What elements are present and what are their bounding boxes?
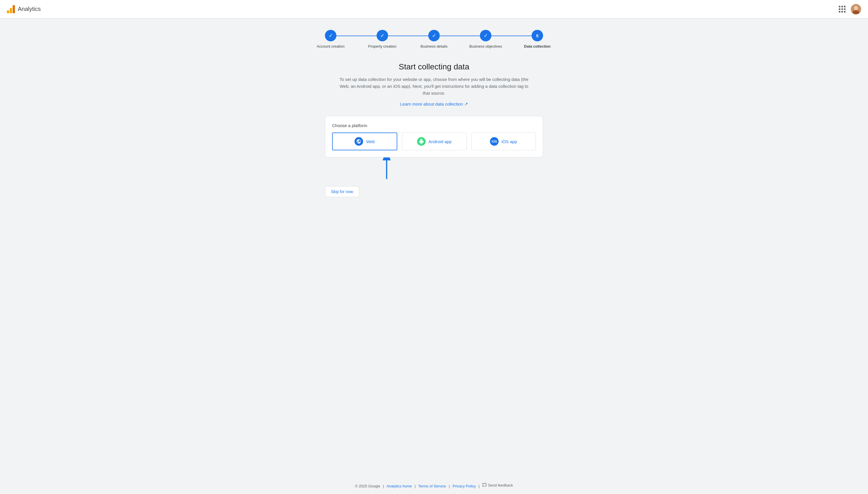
- google-apps-button[interactable]: [837, 4, 847, 14]
- step-account-creation: ✓ Account creation: [305, 30, 356, 49]
- progress-steps: ✓ Account creation ✓ Property creation ✓…: [305, 30, 563, 49]
- external-link-icon: ↗: [464, 101, 468, 107]
- step-label-3: Business details: [421, 44, 447, 49]
- page-description: To set up data collection for your websi…: [336, 76, 532, 97]
- send-feedback-link[interactable]: Send feedback: [482, 483, 513, 488]
- grid-dot: [839, 8, 841, 10]
- step-circle-2: ✓: [376, 30, 388, 41]
- checkmark-icon: ✓: [484, 33, 488, 39]
- web-platform-icon: [354, 137, 363, 146]
- step-label-4: Business objectives: [469, 44, 502, 49]
- ios-icon-text: iOS: [492, 140, 497, 143]
- platform-ios-button[interactable]: iOS iOS app: [471, 133, 536, 150]
- skip-button[interactable]: Skip for now: [325, 186, 359, 197]
- step-business-details: ✓ Business details: [408, 30, 460, 49]
- grid-dot: [839, 11, 841, 13]
- grid-dot: [841, 11, 843, 13]
- step-business-objectives: ✓ Business objectives: [460, 30, 512, 49]
- svg-point-1: [854, 6, 858, 10]
- step-label-2: Property creation: [368, 44, 397, 49]
- platform-card: Choose a platform Web: [325, 116, 543, 157]
- grid-dot: [841, 8, 843, 10]
- feedback-icon: [482, 483, 487, 488]
- separator-3: |: [449, 484, 450, 488]
- ios-label: iOS app: [501, 139, 517, 144]
- step-property-creation: ✓ Property creation: [356, 30, 408, 49]
- page-content: Start collecting data To set up data col…: [325, 62, 543, 197]
- platform-web-button[interactable]: Web: [332, 133, 397, 150]
- app-header: Analytics: [0, 0, 868, 18]
- header-right: [837, 4, 861, 14]
- grid-dot: [844, 8, 846, 10]
- step-data-collection: 5 Data collection: [512, 30, 563, 49]
- separator-2: |: [414, 484, 415, 488]
- app-name: Analytics: [18, 6, 41, 12]
- analytics-home-link[interactable]: Analytics home: [387, 484, 412, 488]
- separator-1: |: [383, 484, 384, 488]
- platform-options: Web Android app iOS iOS app: [332, 133, 536, 150]
- header-left: Analytics: [7, 5, 41, 13]
- arrow-annotation: [325, 157, 543, 180]
- ios-platform-icon: iOS: [490, 137, 499, 146]
- analytics-logo: [7, 5, 15, 13]
- checkmark-icon: ✓: [432, 33, 436, 39]
- grid-dot: [844, 11, 846, 13]
- blue-arrow: [375, 157, 398, 180]
- checkmark-icon: ✓: [329, 33, 333, 39]
- logo-bar-3: [13, 5, 15, 13]
- step-label-5: Data collection: [524, 44, 551, 49]
- android-label: Android app: [428, 139, 452, 144]
- step-circle-5: 5: [532, 30, 543, 41]
- step-circle-4: ✓: [480, 30, 492, 41]
- avatar[interactable]: [851, 4, 861, 14]
- android-platform-icon: [417, 137, 426, 146]
- web-label: Web: [366, 139, 375, 144]
- grid-dot: [844, 6, 846, 7]
- privacy-policy-link[interactable]: Privacy Policy: [453, 484, 476, 488]
- copyright: © 2025 Google: [355, 484, 380, 488]
- logo-bar-2: [10, 8, 12, 13]
- grid-dot: [841, 6, 843, 7]
- platform-android-button[interactable]: Android app: [402, 133, 466, 150]
- grid-icon: [839, 6, 846, 13]
- learn-more-text: Learn more about data collection: [400, 101, 463, 107]
- grid-dot: [839, 6, 841, 7]
- send-feedback-text: Send feedback: [488, 483, 513, 488]
- step-circle-3: ✓: [428, 30, 440, 41]
- skip-section: Skip for now: [325, 180, 543, 197]
- step-label-1: Account creation: [317, 44, 345, 49]
- checkmark-icon: ✓: [380, 33, 385, 39]
- page-title: Start collecting data: [325, 62, 543, 72]
- separator-4: |: [479, 484, 479, 488]
- terms-of-service-link[interactable]: Terms of Service: [418, 484, 446, 488]
- platform-section-label: Choose a platform: [332, 123, 536, 128]
- logo-bar-1: [7, 10, 9, 13]
- step-circle-1: ✓: [325, 30, 336, 41]
- page-footer: © 2025 Google | Analytics home | Terms o…: [0, 477, 868, 494]
- main-content: ✓ Account creation ✓ Property creation ✓…: [0, 18, 868, 477]
- learn-more-link[interactable]: Learn more about data collection ↗: [400, 101, 467, 107]
- step-number-5: 5: [536, 33, 538, 38]
